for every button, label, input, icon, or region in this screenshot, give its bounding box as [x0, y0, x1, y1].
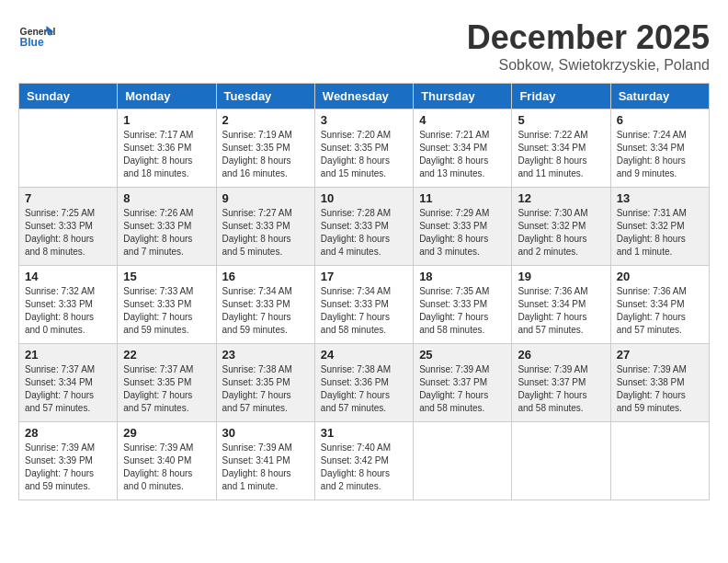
calendar-day-cell: 29Sunrise: 7:39 AM Sunset: 3:40 PM Dayli… — [118, 422, 216, 500]
day-number: 24 — [321, 348, 407, 362]
day-info: Sunrise: 7:21 AM Sunset: 3:34 PM Dayligh… — [419, 129, 506, 180]
day-number: 31 — [321, 426, 407, 440]
day-of-week-header: Monday — [118, 84, 216, 109]
day-number: 16 — [222, 270, 309, 283]
day-info: Sunrise: 7:34 AM Sunset: 3:33 PM Dayligh… — [321, 285, 407, 337]
calendar-day-cell: 22Sunrise: 7:37 AM Sunset: 3:35 PM Dayli… — [118, 344, 216, 422]
day-of-week-header: Tuesday — [216, 84, 314, 109]
day-info: Sunrise: 7:39 AM Sunset: 3:37 PM Dayligh… — [518, 363, 604, 415]
calendar-week-row: 21Sunrise: 7:37 AM Sunset: 3:34 PM Dayli… — [19, 344, 710, 422]
calendar-day-cell: 15Sunrise: 7:33 AM Sunset: 3:33 PM Dayli… — [118, 266, 216, 344]
day-info: Sunrise: 7:38 AM Sunset: 3:36 PM Dayligh… — [321, 363, 407, 415]
calendar-week-row: 14Sunrise: 7:32 AM Sunset: 3:33 PM Dayli… — [19, 266, 710, 344]
day-info: Sunrise: 7:17 AM Sunset: 3:36 PM Dayligh… — [123, 129, 210, 180]
calendar-day-cell: 10Sunrise: 7:28 AM Sunset: 3:33 PM Dayli… — [314, 188, 413, 266]
day-number: 6 — [617, 113, 703, 127]
calendar-day-cell: 12Sunrise: 7:30 AM Sunset: 3:32 PM Dayli… — [512, 188, 610, 266]
calendar-day-cell: 3Sunrise: 7:20 AM Sunset: 3:35 PM Daylig… — [314, 109, 413, 188]
month-title: December 2025 — [467, 18, 710, 57]
calendar-day-cell — [19, 109, 118, 188]
calendar-day-cell: 1Sunrise: 7:17 AM Sunset: 3:36 PM Daylig… — [118, 109, 216, 188]
day-number: 14 — [25, 270, 111, 283]
day-number: 11 — [419, 191, 506, 205]
day-info: Sunrise: 7:35 AM Sunset: 3:33 PM Dayligh… — [419, 285, 506, 337]
calendar-week-row: 7Sunrise: 7:25 AM Sunset: 3:33 PM Daylig… — [19, 188, 710, 266]
day-number: 3 — [321, 113, 407, 127]
day-number: 2 — [222, 113, 309, 127]
day-info: Sunrise: 7:32 AM Sunset: 3:33 PM Dayligh… — [25, 285, 111, 337]
day-number: 30 — [222, 426, 309, 440]
calendar-day-cell — [610, 422, 709, 500]
day-number: 1 — [123, 113, 210, 127]
calendar-day-cell — [512, 422, 610, 500]
day-number: 9 — [222, 191, 309, 205]
svg-text:Blue: Blue — [20, 36, 44, 49]
calendar-day-cell: 19Sunrise: 7:36 AM Sunset: 3:34 PM Dayli… — [512, 266, 610, 344]
day-number: 13 — [617, 191, 703, 205]
calendar-day-cell: 30Sunrise: 7:39 AM Sunset: 3:41 PM Dayli… — [216, 422, 314, 500]
day-number: 29 — [123, 426, 210, 440]
logo: General Blue — [18, 18, 59, 55]
day-info: Sunrise: 7:26 AM Sunset: 3:33 PM Dayligh… — [123, 207, 210, 259]
day-of-week-header: Friday — [512, 84, 610, 109]
calendar-day-cell: 6Sunrise: 7:24 AM Sunset: 3:34 PM Daylig… — [610, 109, 709, 188]
calendar-day-cell: 7Sunrise: 7:25 AM Sunset: 3:33 PM Daylig… — [19, 188, 118, 266]
calendar-day-cell: 23Sunrise: 7:38 AM Sunset: 3:35 PM Dayli… — [216, 344, 314, 422]
day-info: Sunrise: 7:38 AM Sunset: 3:35 PM Dayligh… — [222, 363, 309, 415]
day-info: Sunrise: 7:24 AM Sunset: 3:34 PM Dayligh… — [617, 129, 703, 180]
calendar-day-cell: 11Sunrise: 7:29 AM Sunset: 3:33 PM Dayli… — [414, 188, 512, 266]
day-number: 15 — [123, 270, 210, 283]
day-of-week-header: Sunday — [19, 84, 118, 109]
day-number: 26 — [518, 348, 604, 362]
calendar-day-cell: 31Sunrise: 7:40 AM Sunset: 3:42 PM Dayli… — [314, 422, 413, 500]
day-number: 8 — [123, 191, 210, 205]
day-info: Sunrise: 7:37 AM Sunset: 3:35 PM Dayligh… — [123, 363, 210, 415]
day-number: 19 — [518, 270, 604, 283]
calendar-day-cell: 14Sunrise: 7:32 AM Sunset: 3:33 PM Dayli… — [19, 266, 118, 344]
calendar-day-cell: 28Sunrise: 7:39 AM Sunset: 3:39 PM Dayli… — [19, 422, 118, 500]
calendar-table: SundayMondayTuesdayWednesdayThursdayFrid… — [18, 83, 710, 500]
day-number: 20 — [617, 270, 703, 283]
calendar-week-row: 28Sunrise: 7:39 AM Sunset: 3:39 PM Dayli… — [19, 422, 710, 500]
calendar-day-cell: 26Sunrise: 7:39 AM Sunset: 3:37 PM Dayli… — [512, 344, 610, 422]
day-info: Sunrise: 7:36 AM Sunset: 3:34 PM Dayligh… — [518, 285, 604, 337]
day-number: 22 — [123, 348, 210, 362]
day-info: Sunrise: 7:29 AM Sunset: 3:33 PM Dayligh… — [419, 207, 506, 259]
calendar-day-cell: 17Sunrise: 7:34 AM Sunset: 3:33 PM Dayli… — [314, 266, 413, 344]
calendar-day-cell: 4Sunrise: 7:21 AM Sunset: 3:34 PM Daylig… — [414, 109, 512, 188]
day-number: 10 — [321, 191, 407, 205]
calendar-day-cell: 24Sunrise: 7:38 AM Sunset: 3:36 PM Dayli… — [314, 344, 413, 422]
day-number: 5 — [518, 113, 604, 127]
location-subtitle: Sobkow, Swietokrzyskie, Poland — [467, 57, 710, 74]
day-info: Sunrise: 7:40 AM Sunset: 3:42 PM Dayligh… — [321, 442, 407, 493]
day-number: 27 — [617, 348, 703, 362]
calendar-day-cell: 20Sunrise: 7:36 AM Sunset: 3:34 PM Dayli… — [610, 266, 709, 344]
day-info: Sunrise: 7:25 AM Sunset: 3:33 PM Dayligh… — [25, 207, 111, 259]
day-info: Sunrise: 7:33 AM Sunset: 3:33 PM Dayligh… — [123, 285, 210, 337]
day-number: 4 — [419, 113, 506, 127]
calendar-day-cell: 8Sunrise: 7:26 AM Sunset: 3:33 PM Daylig… — [118, 188, 216, 266]
day-number: 25 — [419, 348, 506, 362]
day-info: Sunrise: 7:39 AM Sunset: 3:40 PM Dayligh… — [123, 442, 210, 493]
day-info: Sunrise: 7:39 AM Sunset: 3:38 PM Dayligh… — [617, 363, 703, 415]
day-info: Sunrise: 7:39 AM Sunset: 3:37 PM Dayligh… — [419, 363, 506, 415]
day-info: Sunrise: 7:39 AM Sunset: 3:41 PM Dayligh… — [222, 442, 309, 493]
day-info: Sunrise: 7:19 AM Sunset: 3:35 PM Dayligh… — [222, 129, 309, 180]
day-info: Sunrise: 7:31 AM Sunset: 3:32 PM Dayligh… — [617, 207, 703, 259]
day-info: Sunrise: 7:30 AM Sunset: 3:32 PM Dayligh… — [518, 207, 604, 259]
day-number: 18 — [419, 270, 506, 283]
calendar-header-row: SundayMondayTuesdayWednesdayThursdayFrid… — [19, 84, 710, 109]
calendar-day-cell — [414, 422, 512, 500]
day-of-week-header: Wednesday — [314, 84, 413, 109]
title-block: December 2025 Sobkow, Swietokrzyskie, Po… — [467, 18, 710, 74]
calendar-week-row: 1Sunrise: 7:17 AM Sunset: 3:36 PM Daylig… — [19, 109, 710, 188]
day-info: Sunrise: 7:37 AM Sunset: 3:34 PM Dayligh… — [25, 363, 111, 415]
calendar-day-cell: 13Sunrise: 7:31 AM Sunset: 3:32 PM Dayli… — [610, 188, 709, 266]
calendar-day-cell: 27Sunrise: 7:39 AM Sunset: 3:38 PM Dayli… — [610, 344, 709, 422]
day-number: 21 — [25, 348, 111, 362]
day-info: Sunrise: 7:34 AM Sunset: 3:33 PM Dayligh… — [222, 285, 309, 337]
day-number: 23 — [222, 348, 309, 362]
calendar-day-cell: 2Sunrise: 7:19 AM Sunset: 3:35 PM Daylig… — [216, 109, 314, 188]
day-info: Sunrise: 7:22 AM Sunset: 3:34 PM Dayligh… — [518, 129, 604, 180]
calendar-day-cell: 5Sunrise: 7:22 AM Sunset: 3:34 PM Daylig… — [512, 109, 610, 188]
